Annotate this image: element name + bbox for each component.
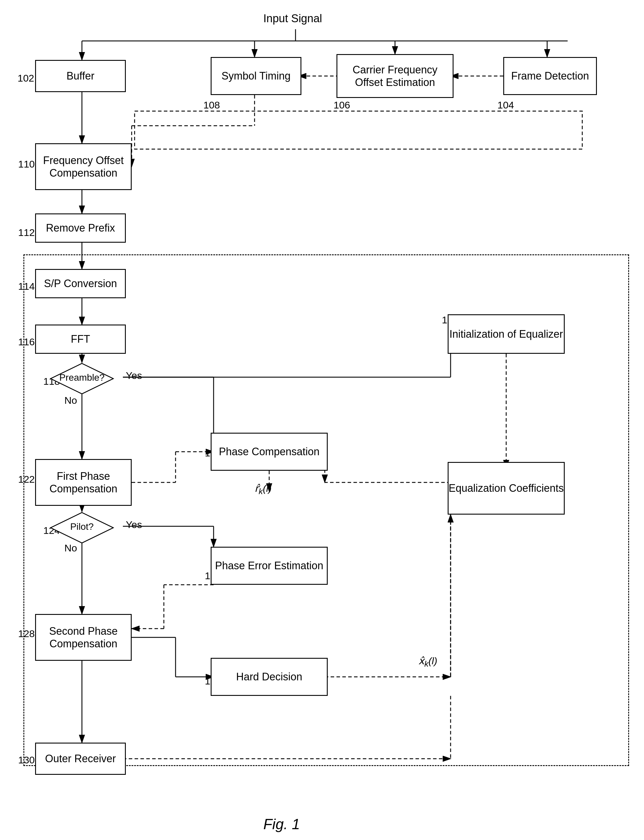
equalization-coeff-block: Equalization Coefficients xyxy=(448,462,565,514)
frame-detection-block: Frame Detection xyxy=(503,57,597,95)
ref-110: 110 xyxy=(18,159,35,170)
first-phase-block: First Phase Compensation xyxy=(35,459,131,506)
input-signal-label: Input Signal xyxy=(263,12,322,25)
remove-prefix-block: Remove Prefix xyxy=(35,213,126,243)
phase-compensation-block: Phase Compensation xyxy=(211,433,328,471)
svg-rect-14 xyxy=(135,111,582,149)
figure-label: Fig. 1 xyxy=(263,816,300,833)
symbol-timing-block: Symbol Timing xyxy=(211,57,301,95)
carrier-freq-block: Carrier Frequency Offset Estimation xyxy=(337,54,453,98)
preamble-diamond: Preamble? xyxy=(50,363,114,395)
svg-text:Preamble?: Preamble? xyxy=(59,372,105,383)
second-phase-block: Second Phase Compensation xyxy=(35,614,131,661)
ref-106: 106 xyxy=(334,100,350,111)
pilot-diamond: Pilot? xyxy=(50,512,114,544)
ref-102: 102 xyxy=(18,72,34,84)
ref-108: 108 xyxy=(203,100,220,111)
phase-error-block: Phase Error Estimation xyxy=(211,547,328,585)
sp-conversion-block: S/P Conversion xyxy=(35,269,126,298)
outer-receiver-block: Outer Receiver xyxy=(35,743,126,775)
buffer-block: Buffer xyxy=(35,60,126,92)
ref-104: 104 xyxy=(498,100,514,111)
ref-112: 112 xyxy=(18,227,35,238)
diagram-container: Input Signal 102 110 112 114 116 118 120… xyxy=(0,0,644,840)
svg-text:Pilot?: Pilot? xyxy=(70,521,94,532)
hard-decision-block: Hard Decision xyxy=(211,658,328,696)
fft-block: FFT xyxy=(35,324,126,354)
freq-offset-block: Frequency Offset Compensation xyxy=(35,143,131,190)
init-equalizer-block: Initialization of Equalizer xyxy=(448,314,565,354)
